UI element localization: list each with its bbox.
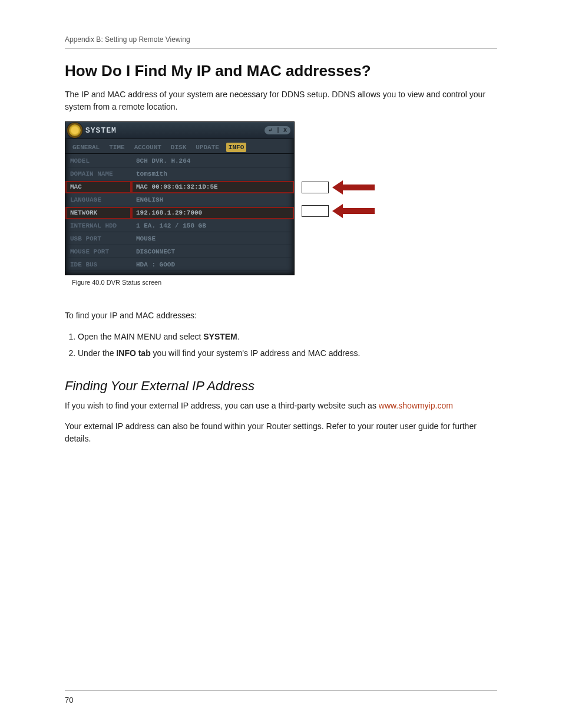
arrow-head-icon (332, 204, 343, 218)
info-label: USB PORT (65, 233, 131, 245)
callout-arrows (302, 121, 384, 263)
link-showmyip[interactable]: www.showmyip.com (379, 401, 453, 410)
arrow-shaft-icon (343, 185, 375, 190)
dvr-window-title: SYSTEM (85, 126, 117, 135)
heading-main: How Do I Find My IP and MAC addresses? (65, 62, 497, 80)
tab-update[interactable]: UPDATE (193, 143, 222, 152)
arrow-shaft-icon (343, 208, 375, 214)
info-label: MODEL (65, 155, 131, 167)
tab-general[interactable]: GENERAL (70, 143, 102, 152)
info-value: ENGLISH (131, 194, 294, 206)
step-item: Under the INFO tab you will find your sy… (78, 347, 497, 361)
tab-time[interactable]: TIME (107, 143, 127, 152)
tab-account[interactable]: ACCOUNT (132, 143, 164, 152)
dvr-system-panel: SYSTEM ⤶ | X GENERALTIMEACCOUNTDISKUPDAT… (65, 121, 295, 275)
arrow-mac (302, 180, 375, 195)
dvr-titlebar: SYSTEM ⤶ | X (65, 122, 294, 139)
running-head: Appendix B: Setting up Remote Viewing (65, 35, 497, 49)
info-value: 192.168.1.29:7000 (131, 207, 294, 219)
info-value: MAC 00:03:G1:32:1D:5E (131, 181, 294, 193)
page-footer: 70 (65, 690, 497, 704)
info-label: DOMAIN NAME (65, 168, 131, 180)
info-value: 8CH DVR. H.264 (131, 155, 294, 167)
callout-box-icon (302, 182, 329, 193)
info-value: DISCONNECT (131, 246, 294, 258)
info-label: INTERNAL HDD (65, 220, 131, 232)
info-label: IDE BUS (65, 259, 131, 271)
subheading-external-ip: Finding Your External IP Address (65, 378, 497, 394)
info-label: NETWORK (65, 207, 131, 219)
figure-caption: Figure 40.0 DVR Status screen (72, 279, 497, 286)
dvr-info-grid: MODEL8CH DVR. H.264DOMAIN NAMEtomsmithMA… (65, 154, 294, 275)
info-value: 1 EA. 142 / 158 GB (131, 220, 294, 232)
info-value: HDA : GOOD (131, 259, 294, 271)
step-item: Open the MAIN MENU and select SYSTEM. (78, 330, 497, 344)
info-label: MOUSE PORT (65, 246, 131, 258)
window-controls-icon[interactable]: ⤶ | X (265, 126, 290, 134)
info-value: tomsmith (131, 168, 294, 180)
intro-paragraph: The IP and MAC address of your system ar… (65, 88, 497, 113)
figure-wrap: SYSTEM ⤶ | X GENERALTIMEACCOUNTDISKUPDAT… (65, 121, 497, 275)
steps-list: Open the MAIN MENU and select SYSTEM.Und… (65, 330, 497, 361)
arrow-head-icon (332, 180, 343, 195)
info-label: LANGUAGE (65, 194, 131, 206)
info-value: MOUSE (131, 233, 294, 245)
steps-intro: To find your IP and MAC addresses: (65, 309, 497, 322)
callout-box-icon (302, 205, 329, 217)
arrow-network (302, 204, 375, 218)
dvr-tabs-row: GENERALTIMEACCOUNTDISKUPDATEINFO (65, 139, 294, 154)
tab-info[interactable]: INFO (226, 143, 246, 152)
gear-icon (69, 124, 81, 136)
external-ip-p1: If you wish to find your external IP add… (65, 400, 497, 412)
info-label: MAC (65, 181, 131, 193)
page-number: 70 (65, 696, 73, 704)
external-ip-p2: Your external IP address can also be fou… (65, 420, 497, 445)
tab-disk[interactable]: DISK (168, 143, 189, 152)
ext-text: If you wish to find your external IP add… (65, 401, 379, 410)
